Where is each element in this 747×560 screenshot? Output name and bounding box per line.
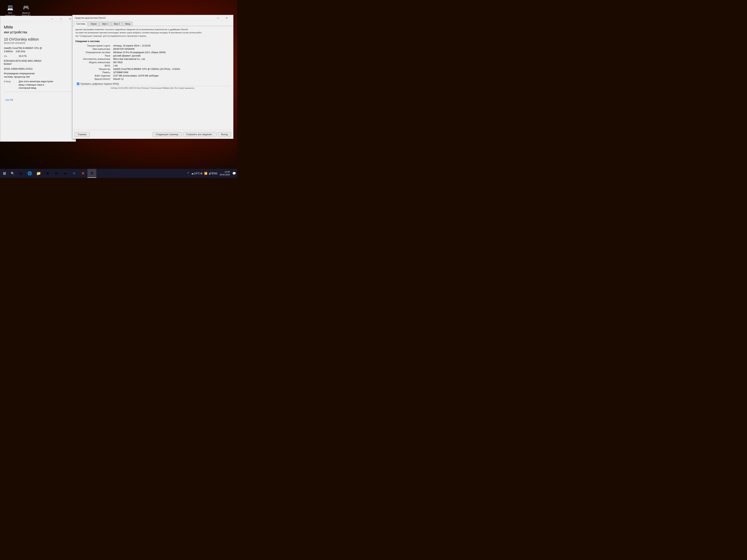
field-value-memory: 32768MB RAM [112,71,230,74]
table-row: Операционная система: Windows 10 Pro 64-… [75,51,230,54]
dxdiag-titlebar: Средство диагностики DirectX — ✕ [73,15,233,21]
this-pc-link[interactable]: этот ПК [4,96,15,104]
dxdiag-window: Средство диагностики DirectX — ✕ Система… [72,15,233,139]
device-id-value: B78A2816-8576-453D-9461-296915B24647 [4,59,72,66]
network-icon: ⊕ [200,171,203,175]
ram-label: ять [4,55,19,58]
clock-date: 19.04.2024 [220,174,230,176]
next-page-button[interactable]: Следующая страница [153,132,182,137]
dxdiag-close-button[interactable]: ✕ [223,16,231,21]
table-row: Язык: русский (формат: русский) [75,54,230,57]
table-row: Изготовитель компьютера: Micro-Star Inte… [75,57,230,61]
intro-line1: данная программа позволяет получить подр… [75,28,230,31]
dxdiag-window-controls: — ✕ [214,16,231,21]
ram-row: ять 32,0 ГБ [4,55,72,58]
taskbar-multiplicity[interactable]: ✖ [79,169,87,178]
field-value-datetime: пятница, 19 апреля 2024 г., 13:33:50 [112,44,230,47]
table-row: Процессор: Intel(R) Core(TM) i9-9900KF C… [75,68,230,71]
weather-icon: ☁ [191,171,194,175]
dxdiag-minimize-button[interactable]: — [214,16,222,21]
table-row: Модель компьютера: MS-7B18 [75,61,230,64]
taskbar-clock[interactable]: 13:39 19.04.2024 [218,170,231,176]
tab-sound2[interactable]: Звук 2 [111,22,123,26]
taskbar-explorer[interactable]: 📁 [34,169,43,178]
field-value-computername: DESKTOP-GP04HP6 [112,47,230,51]
clock-time: 13:39 [220,170,230,174]
field-label-memory: Память: [75,71,112,74]
wot-icon: 🎮 [22,4,30,11]
start-button[interactable]: ⊞ [0,169,9,178]
system-type-value: 64-разрядная операционнаясистема, процес… [4,72,72,79]
field-value-bios: 1.60 [112,64,230,68]
intro-line3: пку "Следующая страница" для последовате… [75,34,230,37]
system-info-content: ММе ики устройства 10 OVGorskiy edition … [0,22,76,107]
whql-label: Проверить цифровые подписи WHQL [80,83,119,85]
field-label-lang: Язык: [75,54,112,57]
pen-value: Для этого монитора недоступенввод с помо… [19,80,72,90]
product-id-row: 00331-10000-00001-AA313 [4,68,72,71]
pen-label: й ввод [4,80,19,90]
tab-display[interactable]: Экран [88,22,99,26]
help-button[interactable]: Справка [75,132,90,137]
taskbar-chrome[interactable]: ● [61,169,70,178]
language-label[interactable]: ENG [213,171,216,175]
system-info-window: — □ ✕ ММе ики устройства 10 OVGorskiy ed… [0,16,76,142]
product-id-value: 00331-10000-00001-AA313 [4,68,72,71]
dxdiag-tab-bar: Система Экран Звук 1 Звук 2 Ввод [73,21,233,26]
whql-checkbox[interactable] [77,83,79,85]
taskbar-edge[interactable]: 🌐 [25,169,34,178]
taskbar-mail[interactable]: ✉ [52,169,61,178]
table-row: Версия DirectX: DirectX 12 [75,77,230,81]
dxdiag-footer-text: DxDiag 10.00.19041.3636 64 бита Юникод ©… [75,86,230,90]
field-label-directx: Версия DirectX: [75,77,112,81]
field-label-model: Модель компьютера: [75,61,112,64]
processor-row: Intel(R) Core(TM) i9-9900KF CPU @3.60GHz… [4,47,72,53]
field-label-bios: BIOS: [75,64,112,68]
device-id-row: B78A2816-8576-453D-9461-296915B24647 [4,59,72,66]
whql-checkbox-row: Проверить цифровые подписи WHQL [75,83,230,85]
taskbar-settings[interactable]: ⚙ [87,169,96,178]
search-button[interactable]: 🔍 [9,169,16,178]
processor-value: Intel(R) Core(TM) i9-9900KF CPU @3.60GHz… [4,47,72,53]
this-pc-icon: 💻 [6,4,14,11]
system-info-titlebar: — □ ✕ [0,16,76,22]
field-value-processor: Intel(R) Core(TM) i9-9900KF CPU @ 3.60GH… [112,68,230,71]
desktop-icon-this-pc[interactable]: 💻 Этот компьютер [4,4,17,17]
table-row: Память: 32768MB RAM [75,71,230,74]
tab-input[interactable]: Ввод [123,22,133,26]
system-type-row: 64-разрядная операционнаясистема, процес… [4,72,72,79]
dxdiag-title: Средство диагностики DirectX [75,17,214,19]
save-all-button[interactable]: Сохранить все сведения... [183,132,216,137]
field-label-manufacturer: Изготовитель компьютера: [75,57,112,61]
maximize-button[interactable]: □ [57,16,66,22]
table-row: BIOS: 1.60 [75,64,230,68]
field-value-model: MS-7B18 [112,61,230,64]
desktop: 💻 Этот компьютер 🎮 World ofTanks RU — □ … [0,0,237,178]
field-value-manufacturer: Micro-Star International Co., Ltd. [112,57,230,61]
taskbar-items: ⧉ 🌐 📁 🛍 ✉ ● ✈ ✖ ⚙ [16,169,185,178]
tab-sound1[interactable]: Звук 1 [100,22,111,26]
ram-value: 32,0 ГБ [19,55,72,58]
tab-system[interactable]: Система [74,22,87,26]
weather-temp: 14°C [195,171,199,175]
field-value-pagefile: 2147 МБ использовано, 31578 МБ свободно [112,74,230,77]
computer-name: DESKTOP-GP04HP6 [4,42,72,45]
pen-row: й ввод Для этого монитора недоступенввод… [4,80,72,90]
desktop-icon-wot[interactable]: 🎮 World ofTanks RU [20,4,32,17]
dxdiag-main-content: данная программа позволяет получить подр… [73,26,233,128]
field-label-datetime: Текущее время и дата: [75,44,112,47]
dxdiag-section-title: Сведения о системе [75,40,230,43]
field-label-computername: Имя компьютера: [75,47,112,51]
field-value-directx: DirectX 12 [112,77,230,81]
exit-button[interactable]: Выход [218,132,231,137]
taskbar-telegram[interactable]: ✈ [70,169,79,178]
minimize-button[interactable]: — [48,16,56,22]
intro-line2: ли известна возможная причина неполадки,… [75,31,230,34]
taskbar-store[interactable]: 🛍 [43,169,52,178]
arrow-up-icon[interactable]: ^ [186,171,190,175]
taskbar-taskview[interactable]: ⧉ [16,169,25,178]
section-subtitle: ики устройства [4,30,72,34]
table-row: Файл подкачки: 2147 МБ использовано, 315… [75,74,230,77]
notification-center[interactable]: 💬 [231,169,237,178]
os-name: 10 OVGorskiy edition [4,37,72,42]
